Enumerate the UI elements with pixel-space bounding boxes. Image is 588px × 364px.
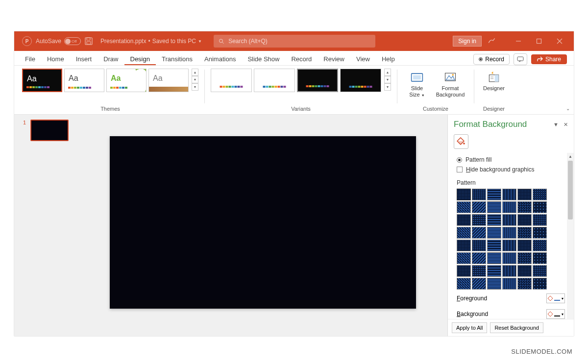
- pattern-swatch-43[interactable]: [457, 278, 471, 290]
- pattern-swatch-5[interactable]: [517, 189, 532, 200]
- taskpane-scrollbar[interactable]: ▲: [567, 153, 574, 319]
- coming-soon-icon[interactable]: [488, 37, 496, 46]
- pattern-swatch-24[interactable]: [533, 227, 547, 239]
- pattern-swatch-20[interactable]: [472, 227, 486, 239]
- search-box[interactable]: [214, 35, 375, 48]
- designer-button[interactable]: Designer: [480, 69, 508, 94]
- tab-insert[interactable]: Insert: [70, 52, 98, 65]
- pattern-swatch-37[interactable]: [457, 265, 471, 277]
- collapse-ribbon-icon[interactable]: ⌄: [566, 106, 570, 111]
- maximize-button[interactable]: [529, 31, 549, 51]
- variant-4[interactable]: [340, 69, 381, 92]
- pattern-swatch-1[interactable]: [457, 189, 471, 200]
- pattern-swatch-25[interactable]: [457, 240, 471, 251]
- pattern-swatch-33[interactable]: [487, 252, 501, 264]
- tab-transitions[interactable]: Transitions: [156, 52, 198, 65]
- pattern-swatch-35[interactable]: [517, 252, 532, 264]
- pattern-swatch-27[interactable]: [487, 240, 501, 251]
- pattern-swatch-36[interactable]: [533, 252, 547, 264]
- comments-button[interactable]: [514, 53, 527, 65]
- pattern-swatch-10[interactable]: [502, 201, 516, 213]
- theme-1[interactable]: Aa: [22, 69, 62, 92]
- pattern-swatch-28[interactable]: [502, 240, 516, 251]
- minimize-button[interactable]: [508, 31, 529, 51]
- pattern-swatch-21[interactable]: [487, 227, 501, 239]
- pattern-swatch-44[interactable]: [472, 278, 486, 290]
- pattern-fill-radio[interactable]: Pattern fill: [457, 155, 574, 165]
- pattern-swatch-32[interactable]: [472, 252, 486, 264]
- tab-slideshow[interactable]: Slide Show: [242, 52, 285, 65]
- pattern-swatch-41[interactable]: [517, 265, 532, 277]
- pattern-swatch-46[interactable]: [502, 278, 516, 290]
- sign-in-button[interactable]: Sign in: [453, 36, 482, 47]
- slide-canvas[interactable]: [110, 136, 416, 309]
- pattern-swatch-12[interactable]: [533, 201, 547, 213]
- pattern-swatch-14[interactable]: [472, 214, 486, 226]
- pattern-swatch-34[interactable]: [502, 252, 516, 264]
- taskpane-close-icon[interactable]: ✕: [564, 121, 568, 128]
- tab-draw[interactable]: Draw: [98, 52, 124, 65]
- pattern-swatch-48[interactable]: [533, 278, 547, 290]
- apply-to-all-button[interactable]: Apply to All: [452, 322, 487, 333]
- variant-2[interactable]: [254, 69, 295, 92]
- pattern-swatch-18[interactable]: [533, 214, 547, 226]
- pattern-swatch-8[interactable]: [472, 201, 486, 213]
- pattern-swatch-4[interactable]: [502, 189, 516, 200]
- save-icon[interactable]: [85, 37, 93, 45]
- pattern-swatch-42[interactable]: [533, 265, 547, 277]
- tab-home[interactable]: Home: [41, 52, 70, 65]
- pattern-swatch-26[interactable]: [472, 240, 486, 251]
- tab-view[interactable]: View: [350, 52, 376, 65]
- tab-review[interactable]: Review: [318, 52, 350, 65]
- theme-2[interactable]: Aa: [64, 69, 104, 92]
- pattern-swatch-6[interactable]: [533, 189, 547, 200]
- pattern-swatch-23[interactable]: [517, 227, 532, 239]
- share-button[interactable]: Share: [531, 54, 567, 64]
- pattern-swatch-11[interactable]: [517, 201, 532, 213]
- pattern-swatch-7[interactable]: [457, 201, 471, 213]
- pattern-swatch-9[interactable]: [487, 201, 501, 213]
- format-background-button[interactable]: FormatBackground: [433, 69, 468, 99]
- close-button[interactable]: [549, 31, 570, 51]
- pattern-swatch-22[interactable]: [502, 227, 516, 239]
- pattern-swatch-38[interactable]: [472, 265, 486, 277]
- theme-4[interactable]: Aa: [148, 69, 189, 92]
- slide-thumbnail-1[interactable]: [30, 120, 69, 141]
- pattern-swatch-31[interactable]: [457, 252, 471, 264]
- record-button[interactable]: Record: [473, 54, 510, 65]
- taskpane-menu-icon[interactable]: ▼: [553, 121, 559, 127]
- variants-gallery-buttons[interactable]: ▲▼▼: [384, 69, 391, 91]
- slide-number: 1: [23, 120, 26, 125]
- document-title[interactable]: Presentation.pptx • Saved to this PC ▼: [100, 38, 202, 45]
- pattern-swatch-17[interactable]: [517, 214, 532, 226]
- theme-3[interactable]: Aa: [106, 69, 147, 92]
- tab-file[interactable]: File: [19, 52, 41, 65]
- slide-size-button[interactable]: SlideSize ▼: [403, 69, 431, 99]
- tab-animations[interactable]: Animations: [198, 52, 242, 65]
- pattern-swatch-16[interactable]: [502, 214, 516, 226]
- pattern-swatch-30[interactable]: [533, 240, 547, 251]
- pattern-swatch-47[interactable]: [517, 278, 532, 290]
- tab-design[interactable]: Design: [124, 52, 156, 65]
- fill-tab-icon[interactable]: [454, 134, 468, 149]
- reset-background-button[interactable]: Reset Background: [490, 322, 543, 333]
- tab-help[interactable]: Help: [376, 52, 401, 65]
- variant-1[interactable]: [211, 69, 252, 92]
- pattern-swatch-2[interactable]: [472, 189, 486, 200]
- tab-record[interactable]: Record: [285, 52, 318, 65]
- pattern-swatch-39[interactable]: [487, 265, 501, 277]
- background-color-button[interactable]: ▼: [546, 309, 565, 319]
- pattern-swatch-13[interactable]: [457, 214, 471, 226]
- pattern-swatch-29[interactable]: [517, 240, 532, 251]
- foreground-color-button[interactable]: ▼: [546, 293, 565, 303]
- search-input[interactable]: [228, 38, 370, 45]
- pattern-swatch-19[interactable]: [457, 227, 471, 239]
- pattern-swatch-40[interactable]: [502, 265, 516, 277]
- autosave-toggle[interactable]: AutoSave Off: [36, 37, 81, 45]
- pattern-swatch-3[interactable]: [487, 189, 501, 200]
- hide-bg-checkbox[interactable]: Hide background graphics: [457, 165, 574, 174]
- variant-3[interactable]: [297, 69, 338, 92]
- themes-gallery-buttons[interactable]: ▲▼▼: [192, 69, 198, 91]
- pattern-swatch-45[interactable]: [487, 278, 501, 290]
- pattern-swatch-15[interactable]: [487, 214, 501, 226]
